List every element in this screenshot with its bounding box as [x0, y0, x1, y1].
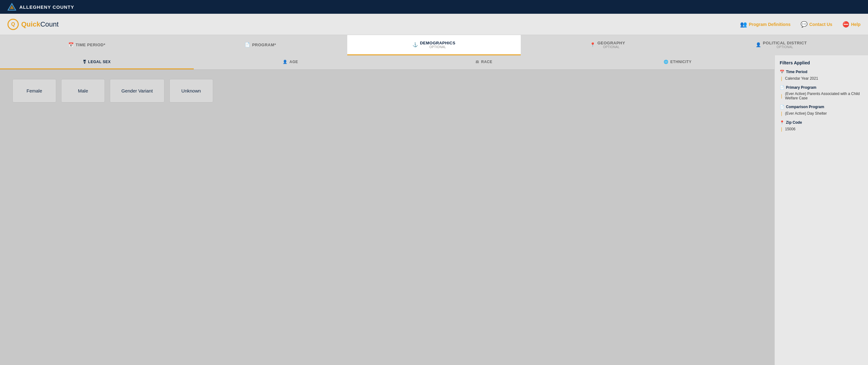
filter-remove-icon[interactable]: ❘	[780, 76, 783, 81]
subtab-icon-ethnicity: 🌐	[664, 60, 669, 64]
sub-tab-age[interactable]: 👤AGE	[194, 55, 388, 69]
filter-remove-icon[interactable]: ❘	[780, 111, 783, 116]
filter-section-icon-primary-program: 📄	[780, 85, 784, 90]
filter-remove-icon[interactable]: ❘	[780, 93, 783, 99]
sub-tab-ethnicity[interactable]: 🌐ETHNICITY	[581, 55, 775, 69]
filter-section-zip-code: 📍Zip Code❘15006	[780, 120, 863, 132]
qc-logo-text: QuickCount	[21, 20, 59, 28]
tab-icon-time-period: 📅	[68, 42, 74, 47]
quickcount-logo: Q QuickCount	[7, 19, 59, 30]
qc-circle-icon: Q	[7, 19, 19, 30]
tab-icon-program: 📄	[245, 42, 250, 47]
sub-tab-legal-sex[interactable]: ⚧LEGAL SEX	[0, 55, 194, 69]
tab-icon-political-district: 👤	[756, 42, 761, 47]
program-definitions-icon: 👥	[740, 21, 747, 28]
main-tab-geography[interactable]: 📍GEOGRAPHYOPTIONAL	[521, 35, 694, 55]
filter-item: ❘15006	[780, 126, 863, 132]
option-unknown[interactable]: Unknown	[169, 79, 213, 103]
filter-item: ❘(Ever Active) Day Shelter	[780, 110, 863, 117]
filter-section-icon-comparison-program: 📄	[780, 105, 784, 109]
filter-section-title-primary-program: 📄Primary Program	[780, 85, 863, 90]
filter-section-title-comparison-program: 📄Comparison Program	[780, 105, 863, 109]
nav-links: 👥 Program Definitions 💬 Contact Us ⛔ Hel…	[740, 21, 861, 28]
options-area: FemaleMaleGender VariantUnknown	[0, 70, 774, 365]
help-link[interactable]: ⛔ Help	[842, 21, 861, 28]
filter-section-primary-program: 📄Primary Program❘(Ever Active) Parents A…	[780, 85, 863, 101]
option-gender-variant[interactable]: Gender Variant	[110, 79, 164, 103]
filter-remove-icon[interactable]: ❘	[780, 127, 783, 132]
subtab-icon-age: 👤	[283, 60, 288, 64]
main-tab-program[interactable]: 📄PROGRAM*	[174, 35, 347, 55]
options-grid: FemaleMaleGender VariantUnknown	[12, 79, 213, 103]
filters-panel: Filters Applied 📅Time Period❘Calendar Ye…	[774, 55, 868, 365]
top-bar-logo: ALLEGHENY COUNTY	[7, 2, 74, 11]
filter-section-icon-time-period: 📅	[780, 70, 784, 74]
contact-us-icon: 💬	[801, 21, 807, 28]
subtab-icon-race: ⚖	[475, 60, 479, 64]
option-male[interactable]: Male	[61, 79, 105, 103]
allegheny-logo-icon	[7, 2, 16, 11]
main-content: ⚧LEGAL SEX👤AGE⚖RACE🌐ETHNICITY FemaleMale…	[0, 55, 774, 365]
filter-item: ❘(Ever Active) Parents Associated with a…	[780, 91, 863, 101]
main-tab-political-district[interactable]: 👤POLITICAL DISTRICTOPTIONAL	[694, 35, 868, 55]
main-tab-time-period[interactable]: 📅TIME PERIOD*	[0, 35, 174, 55]
program-definitions-link[interactable]: 👥 Program Definitions	[740, 21, 790, 28]
filter-section-icon-zip-code: 📍	[780, 120, 784, 125]
filters-sections: 📅Time Period❘Calendar Year 2021📄Primary …	[780, 70, 863, 132]
filter-section-time-period: 📅Time Period❘Calendar Year 2021	[780, 70, 863, 82]
filter-item: ❘Calendar Year 2021	[780, 75, 863, 82]
tab-icon-geography: 📍	[590, 42, 596, 47]
secondary-header: Q QuickCount 👥 Program Definitions 💬 Con…	[0, 14, 868, 35]
sub-tabs: ⚧LEGAL SEX👤AGE⚖RACE🌐ETHNICITY	[0, 55, 774, 70]
main-tab-demographics[interactable]: ⚓DEMOGRAPHICSOPTIONAL	[347, 35, 521, 55]
help-icon: ⛔	[842, 21, 849, 28]
sub-tab-race[interactable]: ⚖RACE	[387, 55, 581, 69]
content-area: ⚧LEGAL SEX👤AGE⚖RACE🌐ETHNICITY FemaleMale…	[0, 55, 868, 365]
tab-icon-demographics: ⚓	[412, 42, 418, 47]
main-tabs: 📅TIME PERIOD*📄PROGRAM*⚓DEMOGRAPHICSOPTIO…	[0, 35, 868, 55]
subtab-icon-legal-sex: ⚧	[83, 60, 86, 64]
filter-section-title-zip-code: 📍Zip Code	[780, 120, 863, 125]
filter-section-comparison-program: 📄Comparison Program❘(Ever Active) Day Sh…	[780, 105, 863, 117]
filter-section-title-time-period: 📅Time Period	[780, 70, 863, 74]
contact-us-link[interactable]: 💬 Contact Us	[801, 21, 832, 28]
filters-title: Filters Applied	[780, 60, 863, 65]
top-bar-title: ALLEGHENY COUNTY	[19, 4, 74, 10]
top-bar: ALLEGHENY COUNTY	[0, 0, 868, 14]
option-female[interactable]: Female	[12, 79, 56, 103]
